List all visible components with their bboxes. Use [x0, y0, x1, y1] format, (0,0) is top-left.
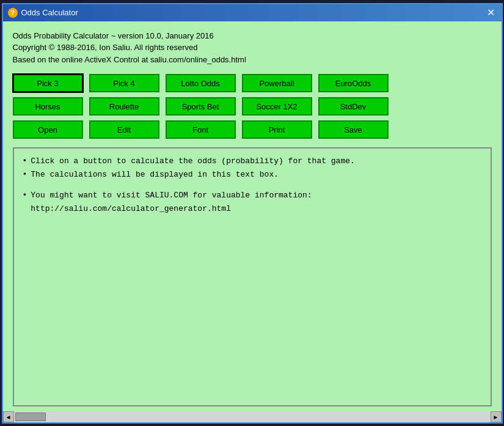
print-button[interactable]: Print: [242, 120, 312, 139]
open-button[interactable]: Open: [13, 120, 83, 139]
window-title: Odds Calculator: [21, 8, 78, 17]
lotto-odds-button[interactable]: Lotto Odds: [166, 74, 236, 92]
output-text-2: The calculations will be displayed in th…: [31, 168, 481, 182]
app-icon: ?: [8, 8, 18, 18]
header-line3: Based on the online ActiveX Control at s…: [13, 54, 492, 66]
title-bar-left: ? Odds Calculator: [8, 8, 78, 18]
output-text-1: Click on a button to calculate the odds …: [31, 155, 481, 168]
save-button[interactable]: Save: [318, 120, 389, 139]
euroodds-button[interactable]: EuroOdds: [318, 74, 389, 92]
bullet-3: •: [23, 189, 27, 202]
roulette-button[interactable]: Roulette: [89, 97, 159, 116]
pick3-button[interactable]: Pick 3: [13, 74, 83, 92]
button-row-1: Pick 3 Pick 4 Lotto Odds Powerball EuroO…: [13, 74, 492, 92]
output-blank-1: [23, 182, 482, 189]
button-rows: Pick 3 Pick 4 Lotto Odds Powerball EuroO…: [13, 74, 492, 139]
scroll-track[interactable]: [14, 411, 491, 422]
button-row-3: Open Edit Font Print Save: [13, 120, 492, 139]
pick4-button[interactable]: Pick 4: [89, 74, 159, 92]
powerball-button[interactable]: Powerball: [242, 74, 312, 92]
output-line-1: • Click on a button to calculate the odd…: [23, 155, 482, 168]
button-row-2: Horses Roulette Sports Bet Soccer 1X2 St…: [13, 97, 492, 116]
soccer-button[interactable]: Soccer 1X2: [242, 97, 312, 116]
scroll-thumb[interactable]: [15, 413, 46, 421]
scroll-left-button[interactable]: ◄: [3, 411, 14, 422]
output-text-4: http://saliu.com/calculator_generator.ht…: [31, 202, 481, 216]
stddev-button[interactable]: StdDev: [318, 97, 389, 116]
scroll-right-button[interactable]: ►: [491, 411, 502, 422]
header-line2: Copyright © 1988-2016, Ion Saliu. All ri…: [13, 42, 492, 54]
title-bar: ? Odds Calculator ✕: [3, 4, 502, 21]
bullet-2: •: [23, 168, 27, 182]
output-line-3: • You might want to visit SALIU.COM for …: [23, 189, 482, 202]
output-text-3: You might want to visit SALIU.COM for va…: [31, 189, 481, 202]
horizontal-scrollbar[interactable]: ◄ ►: [3, 411, 502, 422]
main-window: ? Odds Calculator ✕ Odds Probability Cal…: [2, 3, 503, 424]
output-line-4: • http://saliu.com/calculator_generator.…: [23, 202, 482, 216]
close-button[interactable]: ✕: [486, 7, 497, 18]
bullet-1: •: [23, 155, 27, 168]
horses-button[interactable]: Horses: [13, 97, 83, 116]
edit-button[interactable]: Edit: [89, 120, 159, 139]
content-area: Odds Probability Calculator ~ version 10…: [3, 21, 502, 411]
header-text: Odds Probability Calculator ~ version 10…: [13, 30, 492, 66]
header-line1: Odds Probability Calculator ~ version 10…: [13, 30, 492, 42]
sports-bet-button[interactable]: Sports Bet: [166, 97, 236, 116]
output-box[interactable]: • Click on a button to calculate the odd…: [13, 147, 492, 406]
output-line-2: • The calculations will be displayed in …: [23, 168, 482, 182]
font-button[interactable]: Font: [166, 120, 236, 139]
